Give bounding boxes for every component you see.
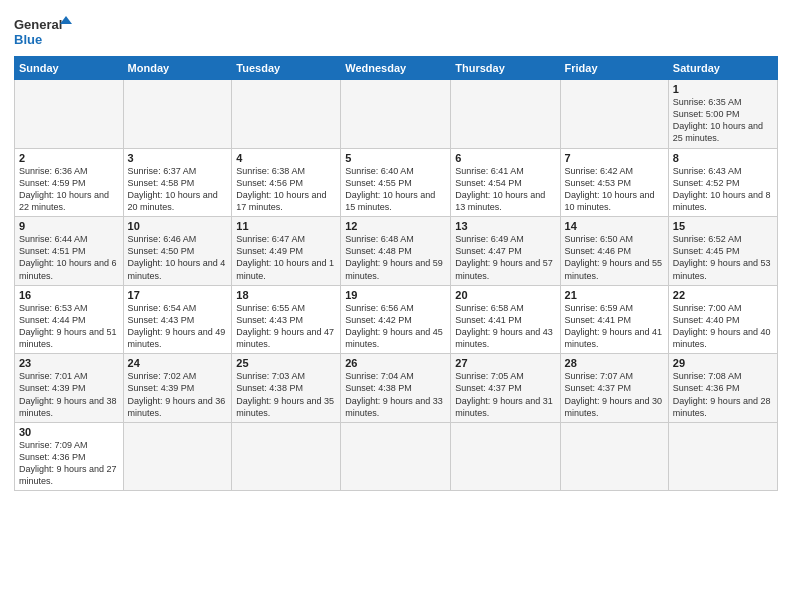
day-number: 14 [565,220,664,232]
day-info: Sunrise: 6:46 AM Sunset: 4:50 PM Dayligh… [128,233,228,282]
week-row-2: 2Sunrise: 6:36 AM Sunset: 4:59 PM Daylig… [15,148,778,217]
day-number: 15 [673,220,773,232]
calendar-cell: 14Sunrise: 6:50 AM Sunset: 4:46 PM Dayli… [560,217,668,286]
calendar-cell [123,80,232,149]
day-info: Sunrise: 6:41 AM Sunset: 4:54 PM Dayligh… [455,165,555,214]
day-info: Sunrise: 7:05 AM Sunset: 4:37 PM Dayligh… [455,370,555,419]
calendar-cell [123,422,232,491]
week-row-6: 30Sunrise: 7:09 AM Sunset: 4:36 PM Dayli… [15,422,778,491]
day-info: Sunrise: 6:38 AM Sunset: 4:56 PM Dayligh… [236,165,336,214]
calendar-cell: 29Sunrise: 7:08 AM Sunset: 4:36 PM Dayli… [668,354,777,423]
day-info: Sunrise: 6:47 AM Sunset: 4:49 PM Dayligh… [236,233,336,282]
day-info: Sunrise: 6:43 AM Sunset: 4:52 PM Dayligh… [673,165,773,214]
weekday-tuesday: Tuesday [232,57,341,80]
day-info: Sunrise: 6:56 AM Sunset: 4:42 PM Dayligh… [345,302,446,351]
day-number: 12 [345,220,446,232]
day-info: Sunrise: 6:58 AM Sunset: 4:41 PM Dayligh… [455,302,555,351]
day-info: Sunrise: 7:08 AM Sunset: 4:36 PM Dayligh… [673,370,773,419]
day-info: Sunrise: 6:40 AM Sunset: 4:55 PM Dayligh… [345,165,446,214]
svg-text:Blue: Blue [14,32,42,47]
day-info: Sunrise: 6:55 AM Sunset: 4:43 PM Dayligh… [236,302,336,351]
day-info: Sunrise: 6:52 AM Sunset: 4:45 PM Dayligh… [673,233,773,282]
day-number: 1 [673,83,773,95]
calendar-cell: 13Sunrise: 6:49 AM Sunset: 4:47 PM Dayli… [451,217,560,286]
day-number: 24 [128,357,228,369]
calendar-cell: 18Sunrise: 6:55 AM Sunset: 4:43 PM Dayli… [232,285,341,354]
day-info: Sunrise: 6:49 AM Sunset: 4:47 PM Dayligh… [455,233,555,282]
calendar-cell: 6Sunrise: 6:41 AM Sunset: 4:54 PM Daylig… [451,148,560,217]
day-number: 25 [236,357,336,369]
calendar-cell [232,422,341,491]
day-info: Sunrise: 6:53 AM Sunset: 4:44 PM Dayligh… [19,302,119,351]
day-info: Sunrise: 6:54 AM Sunset: 4:43 PM Dayligh… [128,302,228,351]
calendar-cell [451,80,560,149]
calendar-cell [560,80,668,149]
day-info: Sunrise: 7:00 AM Sunset: 4:40 PM Dayligh… [673,302,773,351]
weekday-saturday: Saturday [668,57,777,80]
weekday-monday: Monday [123,57,232,80]
week-row-4: 16Sunrise: 6:53 AM Sunset: 4:44 PM Dayli… [15,285,778,354]
calendar-cell: 22Sunrise: 7:00 AM Sunset: 4:40 PM Dayli… [668,285,777,354]
day-number: 7 [565,152,664,164]
day-number: 4 [236,152,336,164]
weekday-header-row: SundayMondayTuesdayWednesdayThursdayFrid… [15,57,778,80]
calendar-cell: 3Sunrise: 6:37 AM Sunset: 4:58 PM Daylig… [123,148,232,217]
day-number: 17 [128,289,228,301]
day-number: 26 [345,357,446,369]
calendar-cell: 19Sunrise: 6:56 AM Sunset: 4:42 PM Dayli… [341,285,451,354]
week-row-5: 23Sunrise: 7:01 AM Sunset: 4:39 PM Dayli… [15,354,778,423]
day-number: 21 [565,289,664,301]
calendar-cell [451,422,560,491]
day-number: 22 [673,289,773,301]
day-info: Sunrise: 7:02 AM Sunset: 4:39 PM Dayligh… [128,370,228,419]
calendar-cell: 15Sunrise: 6:52 AM Sunset: 4:45 PM Dayli… [668,217,777,286]
day-number: 5 [345,152,446,164]
calendar-cell: 5Sunrise: 6:40 AM Sunset: 4:55 PM Daylig… [341,148,451,217]
header: General Blue [14,10,778,50]
day-info: Sunrise: 7:07 AM Sunset: 4:37 PM Dayligh… [565,370,664,419]
calendar-cell [560,422,668,491]
calendar-cell: 12Sunrise: 6:48 AM Sunset: 4:48 PM Dayli… [341,217,451,286]
day-number: 28 [565,357,664,369]
calendar-cell [232,80,341,149]
day-number: 30 [19,426,119,438]
page: General Blue SundayMondayTuesdayWednesda… [0,0,792,612]
day-info: Sunrise: 6:35 AM Sunset: 5:00 PM Dayligh… [673,96,773,145]
day-info: Sunrise: 6:42 AM Sunset: 4:53 PM Dayligh… [565,165,664,214]
logo: General Blue [14,14,74,50]
day-info: Sunrise: 7:09 AM Sunset: 4:36 PM Dayligh… [19,439,119,488]
calendar-cell: 9Sunrise: 6:44 AM Sunset: 4:51 PM Daylig… [15,217,124,286]
weekday-thursday: Thursday [451,57,560,80]
calendar-cell: 27Sunrise: 7:05 AM Sunset: 4:37 PM Dayli… [451,354,560,423]
day-info: Sunrise: 6:44 AM Sunset: 4:51 PM Dayligh… [19,233,119,282]
day-number: 16 [19,289,119,301]
calendar-cell: 20Sunrise: 6:58 AM Sunset: 4:41 PM Dayli… [451,285,560,354]
calendar-cell: 30Sunrise: 7:09 AM Sunset: 4:36 PM Dayli… [15,422,124,491]
calendar-cell: 1Sunrise: 6:35 AM Sunset: 5:00 PM Daylig… [668,80,777,149]
calendar-cell: 11Sunrise: 6:47 AM Sunset: 4:49 PM Dayli… [232,217,341,286]
day-info: Sunrise: 6:37 AM Sunset: 4:58 PM Dayligh… [128,165,228,214]
week-row-3: 9Sunrise: 6:44 AM Sunset: 4:51 PM Daylig… [15,217,778,286]
day-number: 3 [128,152,228,164]
calendar-cell: 2Sunrise: 6:36 AM Sunset: 4:59 PM Daylig… [15,148,124,217]
day-number: 20 [455,289,555,301]
calendar-cell: 24Sunrise: 7:02 AM Sunset: 4:39 PM Dayli… [123,354,232,423]
calendar-cell: 28Sunrise: 7:07 AM Sunset: 4:37 PM Dayli… [560,354,668,423]
weekday-friday: Friday [560,57,668,80]
weekday-wednesday: Wednesday [341,57,451,80]
day-info: Sunrise: 6:48 AM Sunset: 4:48 PM Dayligh… [345,233,446,282]
day-info: Sunrise: 7:03 AM Sunset: 4:38 PM Dayligh… [236,370,336,419]
day-number: 2 [19,152,119,164]
calendar-cell: 10Sunrise: 6:46 AM Sunset: 4:50 PM Dayli… [123,217,232,286]
calendar-cell: 21Sunrise: 6:59 AM Sunset: 4:41 PM Dayli… [560,285,668,354]
day-info: Sunrise: 6:59 AM Sunset: 4:41 PM Dayligh… [565,302,664,351]
day-number: 11 [236,220,336,232]
calendar-cell: 16Sunrise: 6:53 AM Sunset: 4:44 PM Dayli… [15,285,124,354]
day-number: 29 [673,357,773,369]
day-info: Sunrise: 6:50 AM Sunset: 4:46 PM Dayligh… [565,233,664,282]
week-row-1: 1Sunrise: 6:35 AM Sunset: 5:00 PM Daylig… [15,80,778,149]
calendar-cell: 25Sunrise: 7:03 AM Sunset: 4:38 PM Dayli… [232,354,341,423]
day-number: 6 [455,152,555,164]
calendar-cell: 7Sunrise: 6:42 AM Sunset: 4:53 PM Daylig… [560,148,668,217]
calendar-cell [15,80,124,149]
